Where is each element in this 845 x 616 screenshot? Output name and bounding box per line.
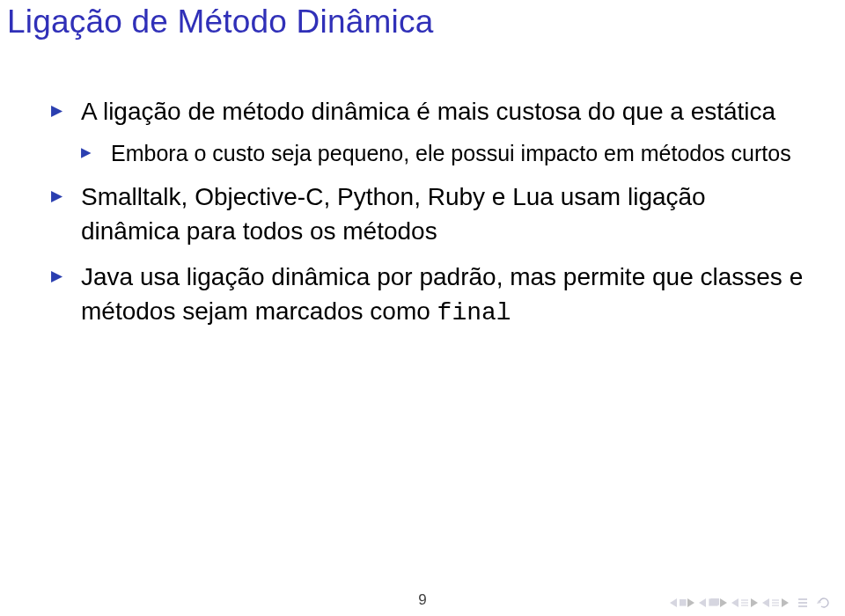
nav-controls <box>670 597 831 609</box>
svg-marker-12 <box>762 598 769 607</box>
bullet-list: A ligação de método dinâmica é mais cust… <box>51 95 810 331</box>
list-item-text: Smalltalk, Objective-C, Python, Ruby e L… <box>81 183 706 245</box>
svg-marker-16 <box>782 598 789 607</box>
bullet-sublist: Embora o custo seja pequeno, ele possui … <box>81 138 810 169</box>
toc-icon[interactable] <box>798 598 809 607</box>
prev-slide-icon[interactable] <box>699 598 729 607</box>
svg-rect-5 <box>711 598 719 605</box>
list-item: A ligação de método dinâmica é mais cust… <box>51 95 810 168</box>
list-item-text: A ligação de método dinâmica é mais cust… <box>81 98 775 125</box>
svg-marker-11 <box>751 598 758 607</box>
svg-rect-1 <box>680 599 686 605</box>
svg-marker-0 <box>670 598 677 607</box>
svg-marker-3 <box>699 598 706 607</box>
first-slide-icon[interactable] <box>670 598 696 607</box>
refresh-icon[interactable] <box>817 597 831 609</box>
section-back-icon[interactable] <box>731 598 760 607</box>
svg-marker-7 <box>731 598 738 607</box>
list-item-text: Embora o custo seja pequeno, ele possui … <box>111 141 791 165</box>
code-text: final <box>437 299 511 326</box>
list-item: Java usa ligação dinâmica por padrão, ma… <box>51 260 810 330</box>
svg-marker-6 <box>720 598 727 607</box>
list-item: Embora o custo seja pequeno, ele possui … <box>81 138 810 169</box>
slide-title: Ligação de Método Dinâmica <box>0 0 845 40</box>
slide-content: A ligação de método dinâmica é mais cust… <box>0 40 845 331</box>
list-item: Smalltalk, Objective-C, Python, Ruby e L… <box>51 180 810 248</box>
svg-marker-2 <box>687 598 694 607</box>
slide: Ligação de Método Dinâmica A ligação de … <box>0 0 845 616</box>
section-fwd-icon[interactable] <box>762 598 790 607</box>
